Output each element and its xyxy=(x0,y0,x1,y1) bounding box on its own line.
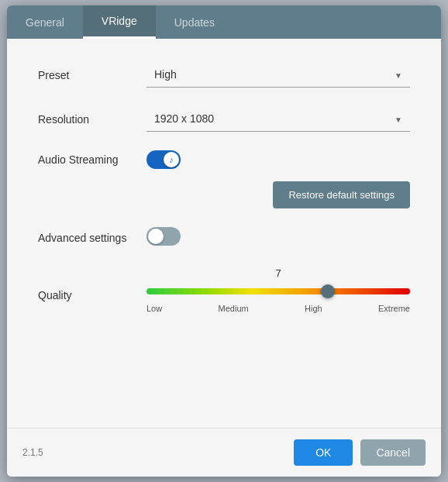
slider-label-low: Low xyxy=(146,304,162,313)
slider-label-medium: Medium xyxy=(219,304,249,313)
slider-label-extreme: Extreme xyxy=(378,304,410,313)
audio-streaming-toggle[interactable]: ♪ xyxy=(146,150,181,169)
resolution-row: Resolution 1280 x 720 1920 x 1080 2560 x… xyxy=(38,106,410,132)
settings-dialog: General VRidge Updates Preset Low Medium… xyxy=(7,5,441,477)
content-area: Preset Low Medium High Ultra Resolution xyxy=(7,39,441,428)
preset-select[interactable]: Low Medium High Ultra xyxy=(146,62,410,88)
advanced-settings-row: Advanced settings xyxy=(38,227,410,249)
quality-slider[interactable] xyxy=(146,284,410,298)
tab-vridge[interactable]: VRidge xyxy=(83,5,156,39)
preset-select-wrapper: Low Medium High Ultra xyxy=(146,62,410,88)
preset-control: Low Medium High Ultra xyxy=(146,62,410,88)
version-text: 2.1.5 xyxy=(22,447,43,458)
ok-button[interactable]: OK xyxy=(294,439,353,466)
slider-labels: Low Medium High Extreme xyxy=(146,304,410,313)
resolution-select-wrapper: 1280 x 720 1920 x 1080 2560 x 1440 xyxy=(146,106,410,132)
footer-buttons: OK Cancel xyxy=(294,439,426,466)
tab-updates[interactable]: Updates xyxy=(156,5,233,39)
slider-container xyxy=(146,284,410,299)
quality-section: Quality 7 Low Medium High Extreme xyxy=(38,267,410,313)
toggle-thumb: ♪ xyxy=(164,152,179,167)
resolution-label: Resolution xyxy=(38,113,146,126)
resolution-control: 1280 x 720 1920 x 1080 2560 x 1440 xyxy=(146,106,410,132)
advanced-settings-label: Advanced settings xyxy=(38,232,146,244)
tab-general[interactable]: General xyxy=(7,5,83,39)
audio-streaming-label: Audio Streaming xyxy=(38,153,146,166)
preset-row: Preset Low Medium High Ultra xyxy=(38,62,410,88)
advanced-settings-toggle[interactable] xyxy=(146,227,181,246)
quality-value: 7 xyxy=(146,267,410,279)
restore-row: Restore default settings xyxy=(146,181,410,208)
audio-streaming-row: Audio Streaming ♪ xyxy=(38,150,410,169)
footer: 2.1.5 OK Cancel xyxy=(7,428,441,477)
audio-streaming-toggle-wrapper: ♪ xyxy=(146,150,181,169)
advanced-toggle-thumb xyxy=(148,229,164,244)
tab-bar: General VRidge Updates xyxy=(7,5,441,39)
quality-control: 7 Low Medium High Extreme xyxy=(146,267,410,313)
restore-button[interactable]: Restore default settings xyxy=(273,181,410,208)
resolution-select[interactable]: 1280 x 720 1920 x 1080 2560 x 1440 xyxy=(146,106,410,132)
advanced-settings-control xyxy=(146,227,410,249)
cancel-button[interactable]: Cancel xyxy=(360,439,426,466)
music-icon: ♪ xyxy=(169,155,174,164)
slider-label-high: High xyxy=(305,304,322,313)
quality-label: Quality xyxy=(38,267,146,301)
preset-label: Preset xyxy=(38,69,146,81)
